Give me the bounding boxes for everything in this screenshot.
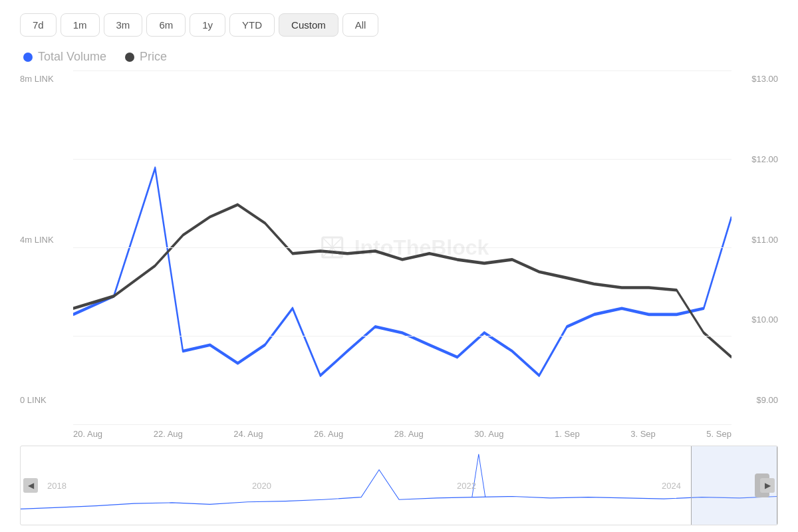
x-label-aug30: 30. Aug bbox=[474, 429, 503, 439]
legend-price: Price bbox=[125, 50, 167, 64]
btn-ytd[interactable]: YTD bbox=[229, 13, 275, 37]
chart-legend: Total Volume Price bbox=[20, 50, 778, 64]
x-axis: 20. Aug 22. Aug 24. Aug 26. Aug 28. Aug … bbox=[73, 425, 732, 439]
btn-all[interactable]: All bbox=[342, 13, 379, 37]
legend-dot-volume bbox=[23, 53, 33, 62]
btn-1m[interactable]: 1m bbox=[61, 13, 100, 37]
mini-chart-inner: 2018 2020 2022 2024 ◀ ▶ bbox=[21, 446, 777, 525]
btn-1y[interactable]: 1y bbox=[190, 13, 225, 37]
y-label-11: $11.00 bbox=[732, 235, 778, 245]
y-label-12: $12.00 bbox=[732, 154, 778, 164]
y-axis-left: 8m LINK 4m LINK 0 LINK bbox=[20, 70, 73, 425]
x-label-sep1: 1. Sep bbox=[555, 429, 580, 439]
y-axis-right: $13.00 $12.00 $11.00 $10.00 $9.00 bbox=[732, 70, 778, 425]
mini-arrow-left[interactable]: ◀ bbox=[23, 478, 38, 493]
y-label-8m: 8m LINK bbox=[20, 74, 73, 84]
mini-arrow-right[interactable]: ▶ bbox=[760, 478, 775, 493]
x-label-aug28: 28. Aug bbox=[394, 429, 424, 439]
legend-label-price: Price bbox=[140, 50, 167, 64]
grid-line-top bbox=[73, 70, 732, 71]
chart-area: 8m LINK 4m LINK 0 LINK bbox=[20, 70, 778, 525]
x-label-aug24: 24. Aug bbox=[233, 429, 263, 439]
app-container: 7d 1m 3m 6m 1y YTD Custom All Total Volu… bbox=[0, 0, 798, 532]
main-chart: IntoTheBlock bbox=[73, 70, 732, 425]
main-chart-wrapper: 8m LINK 4m LINK 0 LINK bbox=[20, 70, 778, 425]
legend-label-volume: Total Volume bbox=[38, 50, 106, 64]
grid-line-bottom bbox=[73, 424, 732, 425]
x-label-aug26: 26. Aug bbox=[314, 429, 343, 439]
mini-chart-svg bbox=[21, 446, 777, 525]
y-label-0: 0 LINK bbox=[20, 395, 73, 405]
btn-6m[interactable]: 6m bbox=[146, 13, 186, 37]
time-range-selector: 7d 1m 3m 6m 1y YTD Custom All bbox=[20, 13, 778, 37]
y-label-13: $13.00 bbox=[732, 74, 778, 84]
btn-custom[interactable]: Custom bbox=[279, 13, 338, 37]
x-label-aug20: 20. Aug bbox=[73, 429, 102, 439]
x-label-sep3: 3. Sep bbox=[630, 429, 656, 439]
x-label-aug22: 22. Aug bbox=[154, 429, 183, 439]
legend-dot-price bbox=[125, 53, 134, 62]
y-label-10: $10.00 bbox=[732, 315, 778, 325]
legend-total-volume: Total Volume bbox=[23, 50, 106, 64]
btn-3m[interactable]: 3m bbox=[104, 13, 143, 37]
grid-line-2 bbox=[73, 247, 732, 248]
grid-line-1 bbox=[73, 159, 732, 160]
y-label-9: $9.00 bbox=[732, 395, 778, 405]
btn-7d[interactable]: 7d bbox=[20, 13, 57, 37]
y-label-4m: 4m LINK bbox=[20, 235, 73, 245]
grid-line-3 bbox=[73, 336, 732, 336]
x-label-sep5: 5. Sep bbox=[706, 429, 732, 439]
mini-chart: 2018 2020 2022 2024 ◀ ▶ bbox=[20, 446, 778, 525]
